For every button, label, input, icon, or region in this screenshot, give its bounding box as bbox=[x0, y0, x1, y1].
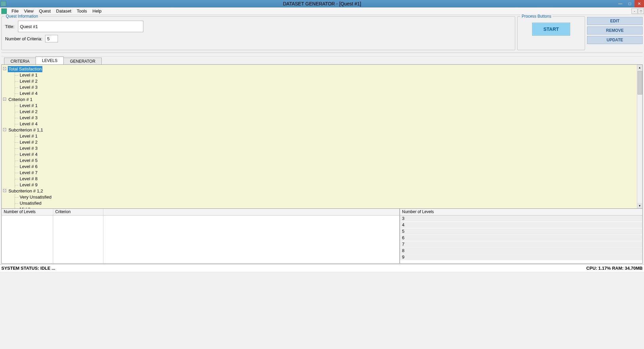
tree-leaf[interactable]: Level # 2 bbox=[20, 109, 642, 115]
tab-criteria[interactable]: CRITERIA bbox=[4, 58, 36, 65]
num-criteria-input[interactable] bbox=[45, 35, 58, 42]
app-menu-icon bbox=[1, 8, 7, 14]
process-buttons-group: Process Buttons START bbox=[517, 16, 585, 50]
tree-leaf[interactable]: Level # 3 bbox=[20, 145, 642, 151]
tree-leaf[interactable]: Level # 4 bbox=[20, 151, 642, 158]
tree-node-label[interactable]: Total Satisfaction bbox=[8, 66, 42, 72]
tree-leaf[interactable]: Level # 4 bbox=[20, 121, 642, 127]
scroll-thumb[interactable] bbox=[638, 71, 642, 95]
scroll-down-icon[interactable]: ▾ bbox=[637, 203, 642, 208]
grid-row[interactable]: 3 bbox=[400, 215, 642, 222]
tree-leaf[interactable]: Middle bbox=[20, 206, 642, 208]
left-col-levels-header: Number of Levels bbox=[2, 209, 53, 215]
tree-node[interactable]: -Subcriterion # 1,1Level # 1Level # 2Lev… bbox=[8, 127, 642, 188]
process-buttons-legend: Process Buttons bbox=[520, 14, 552, 19]
separator bbox=[1, 52, 643, 56]
close-button[interactable]: ✕ bbox=[635, 0, 644, 7]
menu-tools[interactable]: Tools bbox=[74, 8, 89, 14]
tree-leaf[interactable]: Level # 1 bbox=[20, 72, 642, 78]
right-button-column: EDIT REMOVE UPDATE bbox=[587, 16, 643, 50]
status-left: SYSTEM STATUS: IDLE ... bbox=[1, 266, 55, 271]
remove-button[interactable]: REMOVE bbox=[587, 26, 643, 35]
tree-leaf[interactable]: Level # 6 bbox=[20, 164, 642, 170]
tree-panel: -Total SatisfactionLevel # 1Level # 2Lev… bbox=[1, 64, 643, 209]
start-button[interactable]: START bbox=[532, 23, 570, 36]
left-col-criterion-header: Criterion bbox=[53, 209, 103, 215]
menu-help[interactable]: Help bbox=[90, 8, 104, 14]
menu-view[interactable]: View bbox=[21, 8, 36, 14]
menu-dataset[interactable]: Dataset bbox=[54, 8, 74, 14]
status-bar: SYSTEM STATUS: IDLE ... CPU: 1.17% RAM: … bbox=[0, 264, 644, 272]
tree-node-label[interactable]: Subcriterion # 1,2 bbox=[8, 188, 44, 194]
quest-info-legend: Quest Information bbox=[4, 14, 39, 19]
tree-leaf[interactable]: Level # 9 bbox=[20, 182, 642, 188]
grid-row[interactable]: 5 bbox=[400, 228, 642, 235]
app-icon bbox=[1, 1, 6, 6]
grid-row[interactable]: 6 bbox=[400, 235, 642, 241]
left-col-blank-header bbox=[103, 209, 399, 215]
tree-node-label[interactable]: Subcriterion # 1,1 bbox=[8, 127, 44, 133]
tree-node[interactable]: -Criterion # 1Level # 1Level # 2Level # … bbox=[8, 97, 642, 127]
tree-leaf[interactable]: Level # 2 bbox=[20, 139, 642, 145]
collapse-icon[interactable]: - bbox=[3, 67, 6, 70]
bottom-grids: Number of Levels Criterion Number of Lev… bbox=[1, 209, 643, 264]
tree-leaf[interactable]: Level # 5 bbox=[20, 158, 642, 164]
tree-leaf[interactable]: Level # 1 bbox=[20, 133, 642, 139]
left-grid[interactable]: Number of Levels Criterion bbox=[2, 209, 400, 263]
edit-button[interactable]: EDIT bbox=[587, 17, 643, 25]
num-criteria-label: Number of Criteria: bbox=[5, 36, 43, 41]
tree-leaf[interactable]: Level # 3 bbox=[20, 84, 642, 90]
grid-row[interactable]: 7 bbox=[400, 241, 642, 248]
update-button[interactable]: UPDATE bbox=[587, 36, 643, 44]
vertical-scrollbar[interactable]: ▴ ▾ bbox=[637, 65, 642, 208]
tree-leaf[interactable]: Level # 8 bbox=[20, 176, 642, 182]
quest-info-group: Quest Information Title: Number of Crite… bbox=[1, 16, 515, 50]
tree-node-label[interactable]: Criterion # 1 bbox=[8, 97, 33, 103]
menu-file[interactable]: File bbox=[9, 8, 21, 14]
collapse-icon[interactable]: - bbox=[3, 98, 6, 101]
tree-leaf[interactable]: Level # 2 bbox=[20, 78, 642, 84]
grid-row[interactable]: 8 bbox=[400, 248, 642, 254]
grid-row[interactable]: 4 bbox=[400, 222, 642, 228]
collapse-icon[interactable]: - bbox=[3, 189, 6, 192]
maximize-button[interactable]: □ bbox=[625, 0, 635, 7]
tree-node[interactable]: -Total SatisfactionLevel # 1Level # 2Lev… bbox=[8, 66, 642, 97]
right-grid[interactable]: Number of Levels 3456789 bbox=[400, 209, 642, 263]
window-title: DATASET GENERATOR - [Quest #1] bbox=[283, 1, 361, 6]
collapse-icon[interactable]: - bbox=[3, 128, 6, 131]
tree-node[interactable]: -Subcriterion # 1,2Very UnsatisfiedUnsat… bbox=[8, 188, 642, 208]
tab-levels[interactable]: LEVELS bbox=[36, 57, 64, 64]
right-grid-header: Number of Levels bbox=[400, 209, 642, 215]
menu-quest[interactable]: Quest bbox=[36, 8, 54, 14]
mdi-minimize-button[interactable]: - bbox=[631, 8, 638, 14]
grid-row[interactable]: 9 bbox=[400, 254, 642, 261]
tree-leaf[interactable]: Level # 4 bbox=[20, 90, 642, 97]
tab-generator[interactable]: GENERATOR bbox=[63, 58, 102, 65]
title-label: Title: bbox=[5, 24, 16, 29]
tree-leaf[interactable]: Very Unsatisfied bbox=[20, 194, 642, 200]
status-right: CPU: 1.17% RAM: 34.70MB bbox=[586, 266, 643, 271]
tab-strip: CRITERIA LEVELS GENERATOR bbox=[0, 57, 644, 64]
mdi-restore-button[interactable]: □ bbox=[638, 8, 644, 14]
minimize-button[interactable]: — bbox=[616, 0, 625, 7]
title-bar: DATASET GENERATOR - [Quest #1] — □ ✕ bbox=[0, 0, 644, 7]
tree-leaf[interactable]: Level # 7 bbox=[20, 170, 642, 176]
tree-view[interactable]: -Total SatisfactionLevel # 1Level # 2Lev… bbox=[2, 65, 642, 208]
scroll-up-icon[interactable]: ▴ bbox=[637, 65, 642, 70]
tree-leaf[interactable]: Level # 1 bbox=[20, 103, 642, 109]
tree-leaf[interactable]: Level # 3 bbox=[20, 115, 642, 121]
title-input[interactable] bbox=[18, 21, 143, 32]
tree-leaf[interactable]: Unsatisfied bbox=[20, 200, 642, 206]
